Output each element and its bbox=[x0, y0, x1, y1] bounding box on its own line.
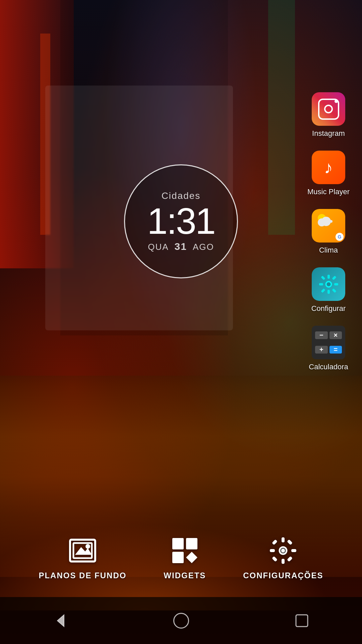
svg-rect-12 bbox=[321, 288, 325, 292]
music-player-label: Music Player bbox=[307, 187, 350, 196]
widgets-label: WIDGETS bbox=[164, 571, 206, 580]
music-player-icon bbox=[312, 151, 345, 184]
svg-rect-11 bbox=[332, 275, 336, 280]
clima-label: Clima bbox=[319, 246, 338, 255]
clock-city: Cidades bbox=[162, 191, 201, 201]
svg-marker-21 bbox=[186, 552, 197, 563]
svg-rect-3 bbox=[328, 220, 333, 223]
clima-icon: G bbox=[312, 209, 345, 243]
app-clima[interactable]: G Clima bbox=[295, 202, 362, 261]
svg-rect-19 bbox=[186, 538, 197, 549]
svg-rect-24 bbox=[282, 537, 285, 542]
app-configurar[interactable]: Configurar bbox=[295, 261, 362, 319]
svg-point-22 bbox=[279, 546, 288, 555]
wallpaper-button[interactable]: PLANOS DE FUNDO bbox=[39, 535, 126, 580]
svg-rect-6 bbox=[327, 275, 330, 279]
clock-date: QUA 31 AGO bbox=[148, 241, 214, 252]
wallpaper-label: PLANOS DE FUNDO bbox=[39, 571, 126, 580]
calculadora-label: Calculadora bbox=[309, 363, 348, 371]
widgets-icon bbox=[170, 535, 200, 566]
instagram-label: Instagram bbox=[312, 129, 345, 138]
settings-label: CONFIGURAÇÕES bbox=[243, 571, 323, 580]
clock-widget[interactable]: Cidades 1:31 QUA 31 AGO bbox=[124, 164, 238, 278]
wallpaper-icon bbox=[67, 535, 98, 566]
clock-day-abbr: QUA bbox=[148, 242, 168, 252]
svg-rect-26 bbox=[270, 549, 275, 552]
svg-rect-34 bbox=[296, 615, 308, 627]
svg-rect-13 bbox=[332, 288, 336, 292]
configurar-label: Configurar bbox=[311, 304, 346, 313]
instagram-icon bbox=[312, 92, 345, 126]
svg-rect-9 bbox=[334, 283, 338, 285]
settings-icon bbox=[268, 535, 298, 566]
clock-time: 1:31 bbox=[147, 203, 215, 239]
app-column: Instagram Music Player G Clima bbox=[295, 86, 362, 377]
clock-month: AGO bbox=[193, 242, 214, 252]
svg-rect-18 bbox=[172, 538, 184, 549]
svg-point-2 bbox=[318, 218, 326, 226]
svg-marker-32 bbox=[57, 615, 64, 627]
svg-rect-10 bbox=[321, 275, 325, 280]
svg-rect-27 bbox=[291, 549, 296, 552]
svg-rect-30 bbox=[272, 556, 278, 562]
svg-rect-8 bbox=[319, 283, 323, 285]
svg-rect-7 bbox=[327, 290, 330, 294]
bottom-bar: PLANOS DE FUNDO WIDGETS bbox=[0, 525, 362, 590]
home-button[interactable] bbox=[168, 607, 194, 634]
app-music-player[interactable]: Music Player bbox=[295, 144, 362, 202]
svg-point-17 bbox=[85, 544, 90, 549]
svg-marker-16 bbox=[75, 547, 92, 555]
clock-day-num: 31 bbox=[175, 241, 187, 252]
app-calculadora[interactable]: − × + = Calculadora bbox=[295, 319, 362, 377]
configurar-icon bbox=[312, 267, 345, 301]
svg-rect-20 bbox=[172, 552, 184, 563]
calculadora-icon: − × + = bbox=[312, 326, 345, 359]
instagram-dot bbox=[335, 100, 338, 103]
svg-rect-28 bbox=[272, 539, 278, 545]
widgets-button[interactable]: WIDGETS bbox=[164, 535, 206, 580]
nav-bar bbox=[0, 597, 362, 644]
svg-rect-31 bbox=[287, 556, 293, 562]
settings-button[interactable]: CONFIGURAÇÕES bbox=[243, 535, 323, 580]
svg-point-5 bbox=[326, 282, 330, 286]
svg-point-33 bbox=[174, 613, 188, 628]
app-instagram[interactable]: Instagram bbox=[295, 86, 362, 144]
recents-button[interactable] bbox=[288, 607, 315, 634]
back-button[interactable] bbox=[47, 607, 74, 634]
svg-rect-29 bbox=[287, 539, 293, 545]
svg-rect-25 bbox=[282, 559, 285, 564]
